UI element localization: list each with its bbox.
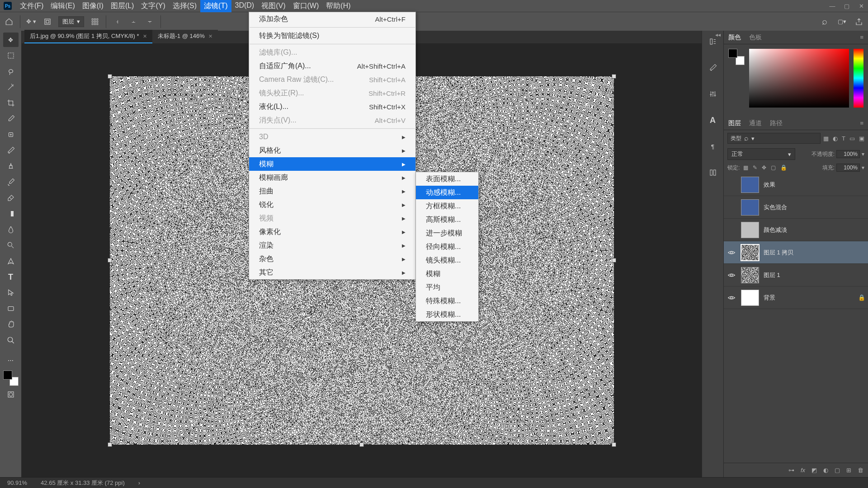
- handle-tl[interactable]: [108, 74, 112, 79]
- menu-item-转换为智能滤镜(S)[interactable]: 转换为智能滤镜(S): [249, 29, 415, 42]
- smart-filter-icon[interactable]: ▣: [859, 135, 864, 142]
- menu-3D(D)[interactable]: 3D(D): [231, 0, 258, 12]
- lock-transparency-icon[interactable]: ▦: [743, 164, 748, 171]
- link-layers-icon[interactable]: ⊶: [788, 467, 794, 474]
- layer-name-label[interactable]: 效果: [764, 181, 865, 189]
- lock-artboard-icon[interactable]: ▢: [771, 164, 776, 171]
- align-center-h-icon[interactable]: ⫠: [128, 16, 139, 27]
- menu-图像(I)[interactable]: 图像(I): [79, 0, 107, 12]
- image-filter-icon[interactable]: ▦: [823, 135, 829, 142]
- submenu-item-方框模糊...[interactable]: 方框模糊...: [416, 199, 478, 213]
- menu-图层(L)[interactable]: 图层(L): [107, 0, 138, 12]
- menu-帮助(H)[interactable]: 帮助(H): [322, 0, 354, 12]
- pen-tool[interactable]: [3, 254, 19, 268]
- adjustments-panel-icon[interactable]: [707, 88, 719, 100]
- submenu-item-进一步模糊[interactable]: 进一步模糊: [416, 226, 478, 240]
- quickmask-tool[interactable]: [3, 387, 19, 402]
- fg-color-swatch[interactable]: [3, 371, 12, 380]
- layers-tab[interactable]: 图层: [728, 117, 741, 129]
- submenu-item-模糊[interactable]: 模糊: [416, 267, 478, 281]
- lasso-tool[interactable]: [3, 64, 19, 79]
- layer-name-label[interactable]: 背景: [764, 294, 854, 302]
- menu-选择(S)[interactable]: 选择(S): [169, 0, 200, 12]
- swatches-tab[interactable]: 色板: [749, 32, 762, 43]
- adjustment-layer-icon[interactable]: ◐: [823, 467, 828, 474]
- status-chevron-icon[interactable]: ›: [138, 479, 140, 486]
- layer-name-label[interactable]: 图层 1: [764, 271, 865, 279]
- adjust-filter-icon[interactable]: ◐: [833, 135, 838, 142]
- document-tab[interactable]: 后1.jpg @ 90.9% (图层 1 拷贝, CMYK/8) *✕: [24, 30, 152, 43]
- move-tool[interactable]: ✥: [3, 33, 19, 47]
- menu-滤镜(T)[interactable]: 滤镜(T): [200, 0, 231, 12]
- submenu-item-径向模糊...[interactable]: 径向模糊...: [416, 240, 478, 253]
- color-tab[interactable]: 颜色: [728, 32, 741, 43]
- crop-tool[interactable]: [3, 96, 19, 110]
- zoom-tool[interactable]: [3, 333, 19, 347]
- handle-bm[interactable]: [359, 442, 364, 447]
- transform-controls-icon[interactable]: [90, 16, 100, 27]
- lock-position-icon[interactable]: ✥: [762, 164, 766, 171]
- history-brush-tool[interactable]: [3, 175, 19, 189]
- close-icon[interactable]: ✕: [858, 3, 864, 9]
- layer-thumbnail[interactable]: [741, 267, 759, 283]
- handle-br[interactable]: [612, 442, 616, 447]
- handle-tr[interactable]: [612, 74, 616, 79]
- fill-input[interactable]: 100%: [836, 164, 860, 172]
- text-filter-icon[interactable]: T: [842, 135, 845, 142]
- brush-tool[interactable]: [3, 143, 19, 158]
- layer-thumbnail[interactable]: [741, 290, 759, 306]
- document-tab[interactable]: 未标题-1 @ 146%✕: [152, 30, 218, 43]
- layer-thumbnail[interactable]: [741, 177, 759, 193]
- align-right-icon[interactable]: ⫟: [144, 16, 155, 27]
- autoselect-icon[interactable]: [42, 16, 53, 27]
- share-icon[interactable]: [854, 16, 864, 27]
- eraser-tool[interactable]: [3, 191, 19, 205]
- lock-image-icon[interactable]: ✎: [753, 164, 757, 171]
- collapse-arrows-icon[interactable]: ◂◂: [715, 32, 721, 38]
- visibility-toggle[interactable]: [726, 294, 736, 302]
- layer-kind-filter[interactable]: 类型 ⌕ ▾: [727, 133, 821, 144]
- opacity-input[interactable]: 100%: [836, 150, 860, 158]
- gradient-tool[interactable]: [3, 206, 19, 221]
- menu-item-添加杂色[interactable]: 添加杂色Alt+Ctrl+F: [249, 12, 415, 26]
- submenu-item-平均[interactable]: 平均: [416, 281, 478, 294]
- submenu-item-高斯模糊...[interactable]: 高斯模糊...: [416, 213, 478, 226]
- paths-tab[interactable]: 路径: [770, 117, 783, 129]
- move-icon[interactable]: ✥ ▾: [26, 16, 37, 27]
- layer-item[interactable]: 颜色减淡: [724, 219, 868, 241]
- layer-filter-icons[interactable]: ▦ ◐ T ▭ ▣: [823, 135, 864, 142]
- fx-icon[interactable]: fx: [801, 467, 805, 474]
- group-icon[interactable]: ▢: [835, 467, 840, 474]
- visibility-toggle[interactable]: [726, 249, 736, 257]
- minimize-icon[interactable]: —: [829, 3, 835, 9]
- text-tool[interactable]: T: [3, 270, 19, 284]
- shape-filter-icon[interactable]: ▭: [849, 135, 855, 142]
- tab-close-icon[interactable]: ✕: [143, 33, 147, 39]
- edit-toolbar[interactable]: ⋯: [3, 353, 19, 367]
- layer-item[interactable]: 效果: [724, 174, 868, 196]
- menu-item-渲染[interactable]: 渲染▶: [249, 239, 415, 252]
- menu-item-杂色[interactable]: 杂色▶: [249, 252, 415, 266]
- lock-all-icon[interactable]: 🔒: [780, 164, 787, 171]
- menu-item-锐化[interactable]: 锐化▶: [249, 198, 415, 211]
- menu-item-风格化[interactable]: 风格化▶: [249, 144, 415, 157]
- panel-menu-icon[interactable]: ≡: [860, 34, 863, 41]
- layer-item[interactable]: 图层 1 拷贝: [724, 241, 868, 264]
- menu-编辑(E)[interactable]: 编辑(E): [47, 0, 78, 12]
- layer-item[interactable]: 图层 1: [724, 264, 868, 286]
- healing-brush-tool[interactable]: [3, 127, 19, 142]
- color-fgbg-swatches[interactable]: [728, 49, 745, 65]
- menu-item-其它[interactable]: 其它▶: [249, 266, 415, 279]
- visibility-toggle[interactable]: [726, 271, 736, 279]
- brushes-panel-icon[interactable]: [707, 61, 719, 74]
- tab-close-icon[interactable]: ✕: [208, 33, 212, 39]
- menu-item-模糊画廊[interactable]: 模糊画廊▶: [249, 171, 415, 184]
- layer-item[interactable]: 背景🔒: [724, 286, 868, 309]
- paragraph-panel-icon[interactable]: ¶: [707, 140, 719, 153]
- blend-mode-dropdown[interactable]: 正常▾: [727, 148, 795, 160]
- menu-item-像素化[interactable]: 像素化▶: [249, 225, 415, 239]
- home-icon[interactable]: [4, 16, 14, 27]
- libraries-panel-icon[interactable]: [707, 166, 719, 179]
- menu-视图(V)[interactable]: 视图(V): [258, 0, 289, 12]
- align-left-icon[interactable]: ⫞: [112, 16, 123, 27]
